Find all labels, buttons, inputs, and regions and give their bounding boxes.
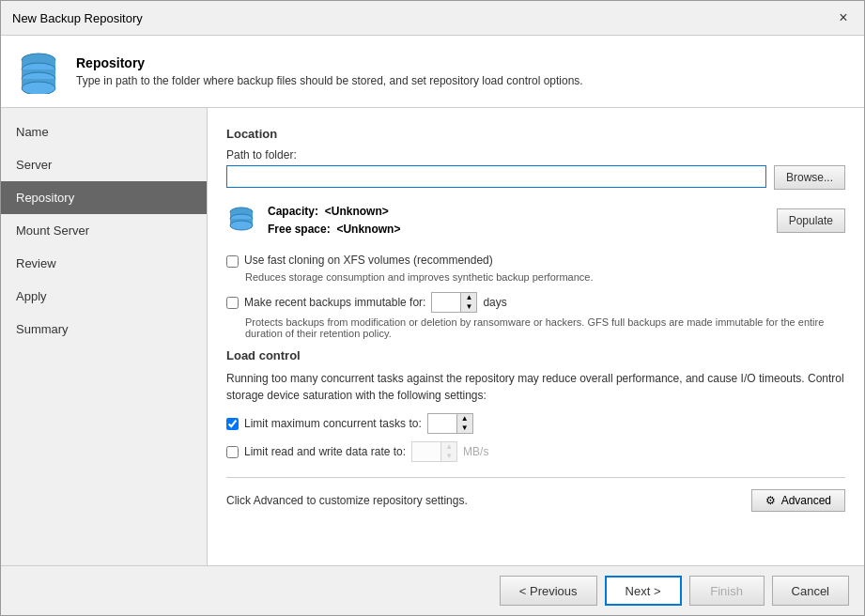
location-title: Location — [226, 127, 845, 141]
immutable-label[interactable]: Make recent backups immutable for: — [244, 296, 425, 309]
sidebar-item-review[interactable]: Review — [1, 247, 207, 280]
capacity-info: Capacity: <Unknown> Free space: <Unknown… — [268, 203, 400, 239]
advanced-label: Advanced — [781, 494, 831, 507]
header-icon — [16, 49, 61, 94]
limit-tasks-up[interactable]: ▲ — [457, 414, 472, 424]
immutable-days-spinner: 7 ▲ ▼ — [431, 292, 477, 313]
header-description: Type in path to the folder where backup … — [76, 74, 583, 87]
path-input[interactable] — [226, 165, 766, 188]
load-description: Running too many concurrent tasks agains… — [226, 370, 845, 404]
limit-rate-row: Limit read and write data rate to: 1 ▲ ▼… — [226, 441, 845, 462]
xfs-checkbox-row: Use fast cloning on XFS volumes (recomme… — [226, 254, 845, 268]
limit-tasks-label[interactable]: Limit maximum concurrent tasks to: — [244, 417, 422, 430]
cancel-button[interactable]: Cancel — [772, 576, 849, 606]
dialog: New Backup Repository × Repository Type … — [0, 0, 865, 616]
browse-button[interactable]: Browse... — [774, 165, 845, 190]
sidebar-item-mount-server[interactable]: Mount Server — [1, 214, 207, 247]
xfs-hint: Reduces storage consumption and improves… — [245, 271, 845, 283]
svg-point-11 — [230, 221, 253, 230]
capacity-icon — [226, 205, 256, 238]
limit-rate-down[interactable]: ▼ — [441, 452, 456, 461]
limit-rate-checkbox[interactable] — [226, 446, 239, 458]
capacity-label: Capacity: — [268, 205, 318, 218]
divider — [226, 477, 845, 478]
immutable-days-input[interactable]: 7 — [432, 293, 460, 312]
capacity-value: <Unknown> — [325, 205, 389, 218]
immutable-row: Make recent backups immutable for: 7 ▲ ▼… — [226, 292, 845, 313]
path-row: Browse... — [226, 165, 845, 190]
header: Repository Type in path to the folder wh… — [1, 36, 864, 108]
finish-button[interactable]: Finish — [689, 576, 765, 606]
populate-button[interactable]: Populate — [777, 208, 845, 233]
main-content: Location Path to folder: Browse... — [208, 108, 864, 565]
limit-tasks-spinner: 4 ▲ ▼ — [427, 413, 473, 434]
next-button[interactable]: Next > — [605, 576, 682, 606]
immutable-days-down[interactable]: ▼ — [461, 302, 476, 312]
limit-rate-spinner: 1 ▲ ▼ — [411, 441, 457, 462]
load-control-title: Load control — [226, 348, 845, 362]
free-space-value: <Unknown> — [336, 223, 400, 236]
close-button[interactable]: × — [834, 8, 853, 27]
limit-rate-input[interactable]: 1 — [412, 442, 440, 461]
advanced-row: Click Advanced to customize repository s… — [226, 489, 845, 512]
sidebar-item-apply[interactable]: Apply — [1, 280, 207, 313]
free-space-label: Free space: — [268, 223, 331, 236]
xfs-label[interactable]: Use fast cloning on XFS volumes (recomme… — [244, 254, 493, 267]
sidebar-item-repository[interactable]: Repository — [1, 181, 207, 214]
path-label: Path to folder: — [226, 148, 845, 162]
limit-tasks-checkbox[interactable] — [226, 418, 239, 430]
sidebar-item-summary[interactable]: Summary — [1, 313, 207, 346]
load-control-section: Load control Running too many concurrent… — [226, 348, 845, 462]
header-text: Repository Type in path to the folder wh… — [76, 55, 583, 87]
advanced-button[interactable]: ⚙ Advanced — [751, 489, 845, 512]
sidebar: Name Server Repository Mount Server Revi… — [1, 108, 208, 565]
capacity-row: Capacity: <Unknown> Free space: <Unknown… — [226, 199, 845, 242]
limit-tasks-input[interactable]: 4 — [428, 414, 456, 433]
footer: < Previous Next > Finish Cancel — [1, 565, 864, 615]
svg-point-6 — [22, 82, 55, 94]
immutable-unit: days — [483, 296, 506, 309]
previous-button[interactable]: < Previous — [500, 576, 597, 606]
limit-rate-unit: MB/s — [463, 445, 488, 458]
limit-tasks-down[interactable]: ▼ — [457, 424, 472, 433]
content-area: Name Server Repository Mount Server Revi… — [1, 108, 864, 565]
sidebar-item-server[interactable]: Server — [1, 148, 207, 181]
limit-tasks-row: Limit maximum concurrent tasks to: 4 ▲ ▼ — [226, 413, 845, 434]
advanced-hint: Click Advanced to customize repository s… — [226, 494, 468, 507]
immutable-hint: Protects backups from modification or de… — [245, 316, 845, 339]
title-bar: New Backup Repository × — [1, 1, 864, 36]
xfs-checkbox[interactable] — [226, 255, 239, 268]
dialog-title: New Backup Repository — [12, 11, 143, 25]
gear-icon: ⚙ — [765, 494, 776, 507]
immutable-days-up[interactable]: ▲ — [461, 293, 476, 302]
immutable-checkbox[interactable] — [226, 297, 239, 309]
sidebar-item-name[interactable]: Name — [1, 116, 207, 148]
limit-rate-up[interactable]: ▲ — [441, 442, 456, 452]
limit-rate-label[interactable]: Limit read and write data rate to: — [244, 445, 406, 458]
header-title: Repository — [76, 55, 583, 70]
